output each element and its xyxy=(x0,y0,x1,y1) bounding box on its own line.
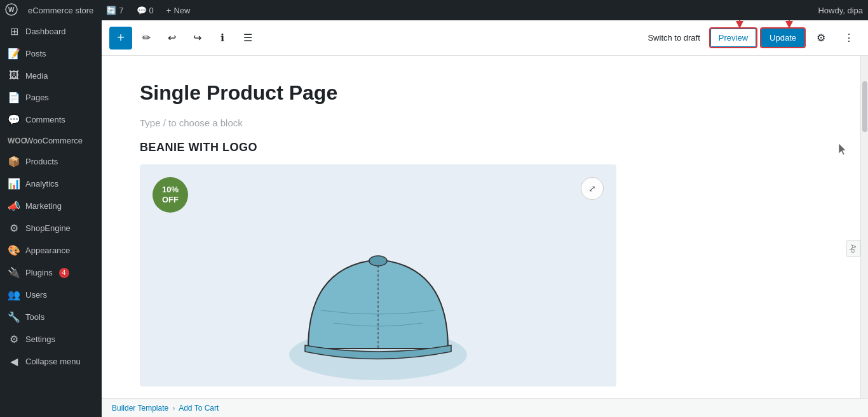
admin-bar-new[interactable]: + New xyxy=(164,6,193,15)
settings-sidebar-icon: ⚙ xyxy=(8,333,20,345)
admin-bar-site-name[interactable]: eCommerce store xyxy=(25,6,96,15)
sidebar-item-comments[interactable]: 💬 Comments xyxy=(0,109,102,131)
product-name: BEANIE WITH LOGO xyxy=(140,141,822,154)
tools-icon: 🔧 xyxy=(8,311,20,323)
breadcrumb-separator: › xyxy=(172,404,175,413)
woocommerce-icon: WOO xyxy=(8,136,20,145)
dashboard-icon: ⊞ xyxy=(8,25,20,37)
sidebar-item-analytics[interactable]: 📊 Analytics xyxy=(0,173,102,195)
admin-bar-updates[interactable]: 🔄 7 xyxy=(104,6,126,15)
info-icon: ℹ xyxy=(220,32,224,44)
details-button[interactable]: ℹ xyxy=(211,27,234,50)
breadcrumb-parent[interactable]: Builder Template xyxy=(112,404,168,413)
appearance-icon: 🎨 xyxy=(8,244,20,256)
shopengine-icon: ⚙ xyxy=(8,222,20,234)
comments-sidebar-icon: 💬 xyxy=(8,114,20,126)
sidebar-item-marketing[interactable]: 📣 Marketing xyxy=(0,195,102,217)
sidebar-item-posts[interactable]: 📝 Posts xyxy=(0,43,102,65)
ellipsis-icon: ⋮ xyxy=(844,32,854,44)
sidebar-item-users[interactable]: 👥 Users xyxy=(0,284,102,306)
add-block-button[interactable]: + xyxy=(109,27,132,50)
breadcrumb-bar: Builder Template › Add To Cart xyxy=(102,398,868,417)
main-layout: ⊞ Dashboard 📝 Posts 🖼 Media 📄 Pages 💬 Co… xyxy=(0,20,868,417)
marketing-icon: 📣 xyxy=(8,200,20,212)
users-icon: 👥 xyxy=(8,289,20,301)
scrollbar-thumb[interactable] xyxy=(862,81,867,132)
update-button[interactable]: Update xyxy=(761,29,804,47)
collapse-icon: ◀ xyxy=(8,355,20,367)
sidebar-item-collapse[interactable]: ◀ Collapse menu xyxy=(0,350,102,373)
sidebar-item-woocommerce[interactable]: WOO WooCommerce xyxy=(0,131,102,150)
sidebar-item-media[interactable]: 🖼 Media xyxy=(0,65,102,86)
preview-button[interactable]: Preview xyxy=(710,29,756,47)
pencil-icon: ✏ xyxy=(142,32,151,44)
redo-icon: ↪ xyxy=(193,32,201,44)
sidebar-item-tools[interactable]: 🔧 Tools xyxy=(0,306,102,328)
admin-bar: W eCommerce store 🔄 7 💬 0 + New Howdy, d… xyxy=(0,0,868,20)
plugins-icon: 🔌 xyxy=(8,267,20,279)
sidebar-item-pages[interactable]: 📄 Pages xyxy=(0,86,102,109)
edit-tool-button[interactable]: ✏ xyxy=(135,27,158,50)
expand-icon: ⤢ xyxy=(588,183,596,194)
block-placeholder: Type / to choose a block xyxy=(140,117,822,128)
posts-icon: 📝 xyxy=(8,48,20,60)
media-icon: 🖼 xyxy=(8,70,20,81)
editor-toolbar: + ✏ ↩ ↪ ℹ ☰ Switch to draft Preview xyxy=(102,20,868,56)
wp-logo-icon[interactable]: W xyxy=(5,3,18,18)
sidebar-item-dashboard[interactable]: ⊞ Dashboard xyxy=(0,20,102,43)
undo-icon: ↩ xyxy=(168,32,176,44)
comments-icon: 💬 xyxy=(137,6,147,15)
settings-button[interactable]: ⚙ xyxy=(810,27,832,50)
admin-bar-comments[interactable]: 💬 0 xyxy=(134,6,156,15)
svg-text:W: W xyxy=(8,6,15,13)
breadcrumb-current[interactable]: Add To Cart xyxy=(179,404,219,413)
product-image-container: 10% OFF ⤢ xyxy=(140,164,616,387)
sidebar: ⊞ Dashboard 📝 Posts 🖼 Media 📄 Pages 💬 Co… xyxy=(0,20,102,417)
sidebar-item-settings[interactable]: ⚙ Settings xyxy=(0,328,102,350)
plugins-badge: 4 xyxy=(59,268,69,278)
sidebar-item-plugins[interactable]: 🔌 Plugins 4 xyxy=(0,261,102,284)
redo-button[interactable]: ↪ xyxy=(186,27,208,50)
switch-to-draft-button[interactable]: Switch to draft xyxy=(642,29,705,46)
undo-button[interactable]: ↩ xyxy=(160,27,183,50)
editor-content[interactable]: Single Product Page Type / to choose a b… xyxy=(102,56,860,398)
editor-area: + ✏ ↩ ↪ ℹ ☰ Switch to draft Preview xyxy=(102,20,868,417)
svg-point-6 xyxy=(369,256,387,266)
updates-icon: 🔄 xyxy=(106,6,116,15)
scrollbar-track[interactable] xyxy=(860,56,868,398)
gear-icon: ⚙ xyxy=(817,32,825,44)
sidebar-item-products[interactable]: 📦 Products xyxy=(0,150,102,173)
page-title: Single Product Page xyxy=(140,81,822,105)
beanie-illustration xyxy=(270,209,486,387)
pages-icon: 📄 xyxy=(8,91,20,103)
analytics-icon: 📊 xyxy=(8,178,20,190)
sidebar-item-appearance[interactable]: 🎨 Appearance xyxy=(0,239,102,261)
plus-icon: + xyxy=(166,6,172,15)
discount-badge: 10% OFF xyxy=(153,177,188,213)
sidebar-item-shopengine[interactable]: ⚙ ShopEngine xyxy=(0,217,102,239)
more-options-button[interactable]: ⋮ xyxy=(837,27,860,50)
expand-image-button[interactable]: ⤢ xyxy=(581,177,604,200)
products-icon: 📦 xyxy=(8,156,20,168)
toolbar-right: Switch to draft Preview 2 xyxy=(642,27,860,50)
admin-bar-user: Howdy, dipa xyxy=(818,6,863,15)
list-icon: ☰ xyxy=(243,32,252,44)
product-block: BEANIE WITH LOGO 10% OFF ⤢ xyxy=(140,141,822,387)
list-view-button[interactable]: ☰ xyxy=(236,27,259,50)
